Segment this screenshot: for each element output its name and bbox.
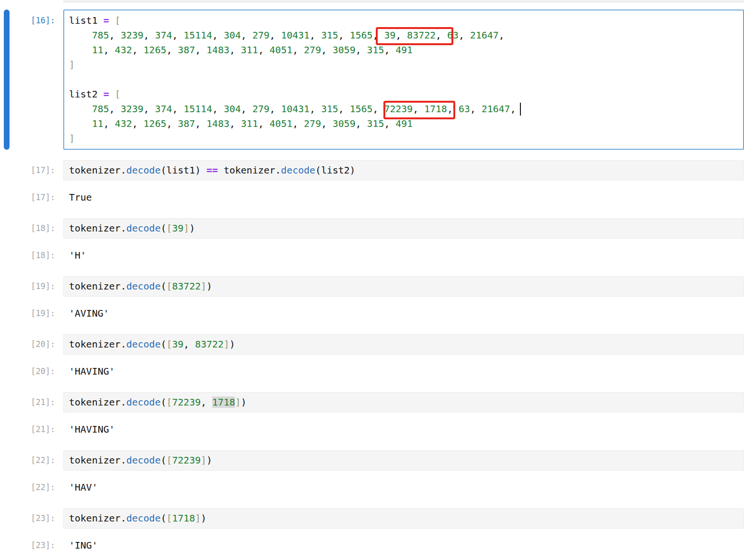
code-line: list1 = [ bbox=[69, 13, 737, 28]
cell-output-row: [23]:'ING' bbox=[0, 538, 744, 553]
output-prompt: [23]: bbox=[0, 538, 63, 553]
cell-input-row: [18]:tokenizer.decode([39]) bbox=[0, 218, 744, 239]
input-prompt: [17]: bbox=[0, 160, 63, 178]
previous-cell-editor-edge[interactable] bbox=[63, 0, 744, 2]
code-line: ] bbox=[69, 58, 737, 72]
input-prompt: [21]: bbox=[0, 392, 63, 410]
cell-input-row: [21]:tokenizer.decode([72239, 1718]) bbox=[0, 392, 744, 413]
output-prompt: [20]: bbox=[0, 364, 63, 379]
input-prompt: [19]: bbox=[0, 276, 63, 294]
cell-output-row: [20]:'HAVING' bbox=[0, 364, 744, 379]
code-line: tokenizer.decode([72239]) bbox=[69, 453, 738, 468]
code-editor[interactable]: list1 = [ 785, 3239, 374, 15114, 304, 27… bbox=[63, 10, 744, 150]
code-line: tokenizer.decode([39, 83722]) bbox=[69, 337, 738, 352]
code-line bbox=[69, 72, 737, 87]
output-prompt: [22]: bbox=[0, 480, 63, 495]
input-prompt: [23]: bbox=[0, 508, 63, 526]
cell-output-text: True bbox=[63, 190, 744, 205]
cell-output-row: [18]:'H' bbox=[0, 248, 744, 263]
annotation-red-box-2 bbox=[383, 101, 455, 119]
selected-cell-bar[interactable] bbox=[4, 10, 10, 150]
cell-output-row: [17]:True bbox=[0, 190, 744, 205]
text-cursor bbox=[520, 103, 521, 116]
cell-output-text: 'HAVING' bbox=[63, 422, 744, 437]
cell-output-text: 'HAVING' bbox=[63, 364, 744, 379]
code-line: list2 = [ bbox=[69, 87, 737, 102]
previous-cell-partial bbox=[0, 0, 744, 2]
annotation-red-box-1 bbox=[376, 27, 453, 45]
cell-list: [16]:list1 = [ 785, 3239, 374, 15114, 30… bbox=[0, 10, 744, 553]
notebook-main: [16]:list1 = [ 785, 3239, 374, 15114, 30… bbox=[0, 0, 744, 560]
input-prompt: [18]: bbox=[0, 218, 63, 236]
output-prompt: [18]: bbox=[0, 248, 63, 263]
code-editor[interactable]: tokenizer.decode([72239]) bbox=[63, 450, 744, 471]
cell-input-row: [17]:tokenizer.decode(list1) == tokenize… bbox=[0, 160, 744, 181]
code-editor[interactable]: tokenizer.decode([72239, 1718]) bbox=[63, 392, 744, 413]
cell-input-row: [19]:tokenizer.decode([83722]) bbox=[0, 276, 744, 297]
cell-output-text: 'H' bbox=[63, 248, 744, 263]
code-editor[interactable]: tokenizer.decode([1718]) bbox=[63, 508, 744, 529]
code-line: tokenizer.decode([1718]) bbox=[69, 511, 738, 526]
input-prompt: [20]: bbox=[0, 334, 63, 352]
code-line: tokenizer.decode(list1) == tokenizer.dec… bbox=[69, 163, 738, 178]
code-editor[interactable]: tokenizer.decode([39]) bbox=[63, 218, 744, 239]
cell-output-row: [19]:'AVING' bbox=[0, 306, 744, 321]
cell-output-row: [21]:'HAVING' bbox=[0, 422, 744, 437]
code-line: ] bbox=[69, 131, 737, 146]
code-editor[interactable]: tokenizer.decode(list1) == tokenizer.dec… bbox=[63, 160, 744, 181]
cell-input-row: [16]:list1 = [ 785, 3239, 374, 15114, 30… bbox=[0, 10, 744, 150]
cell-output-row: [22]:'HAV' bbox=[0, 480, 744, 495]
cell-output-text: 'AVING' bbox=[63, 306, 744, 321]
output-prompt: [21]: bbox=[0, 422, 63, 437]
cell-output-text: 'ING' bbox=[63, 538, 744, 553]
code-editor[interactable]: tokenizer.decode([39, 83722]) bbox=[63, 334, 744, 355]
cell-input-row: [20]:tokenizer.decode([39, 83722]) bbox=[0, 334, 744, 355]
output-prompt: [19]: bbox=[0, 306, 63, 321]
code-editor[interactable]: tokenizer.decode([83722]) bbox=[63, 276, 744, 297]
code-line: tokenizer.decode([39]) bbox=[69, 221, 738, 236]
cell-input-row: [23]:tokenizer.decode([1718]) bbox=[0, 508, 744, 529]
cell-input-row: [22]:tokenizer.decode([72239]) bbox=[0, 450, 744, 471]
code-line: tokenizer.decode([72239, 1718]) bbox=[69, 395, 738, 410]
code-line: tokenizer.decode([83722]) bbox=[69, 279, 738, 294]
input-prompt: [22]: bbox=[0, 450, 63, 468]
output-prompt: [17]: bbox=[0, 190, 63, 205]
cell-output-text: 'HAV' bbox=[63, 480, 744, 495]
